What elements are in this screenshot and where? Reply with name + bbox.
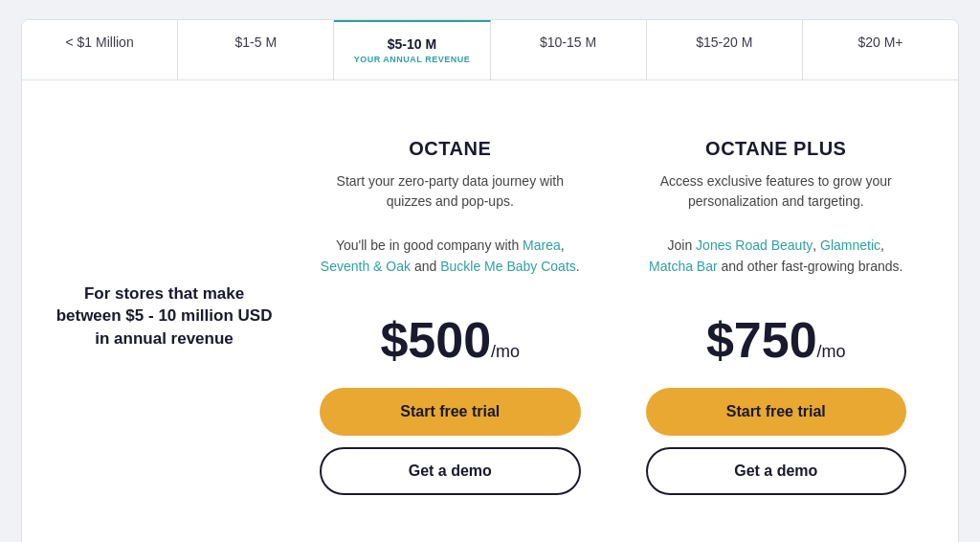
tab-label: $20 M+ [858, 34, 902, 50]
company-link-seventh: Seventh & Oak [321, 259, 411, 274]
octane-demo-button[interactable]: Get a demo [320, 447, 580, 495]
plans-area: OCTANE Start your zero-party data journe… [297, 119, 929, 514]
plan-octane-desc: Start your zero-party data journey with … [320, 171, 580, 219]
tab-under-1m[interactable]: < $1 Million [22, 20, 178, 79]
company-link-jones: Jones Road Beauty [696, 237, 813, 253]
octane-plus-demo-button[interactable]: Get a demo [646, 447, 906, 495]
price-amount: $750 [706, 312, 817, 368]
tab-5-10m[interactable]: $5-10 M YOUR ANNUAL REVENUE [334, 20, 490, 79]
plan-octane-price: $500/mo [320, 315, 580, 365]
company-link-marea: Marea [523, 237, 561, 253]
plan-octane-plus: OCTANE PLUS Access exclusive features to… [623, 119, 929, 514]
pricing-body: For stores that make between $5 - 10 mil… [22, 80, 958, 542]
company-link-glamnetic: Glamnetic [820, 237, 880, 253]
plan-octane-plus-desc: Access exclusive features to grow your p… [646, 171, 906, 219]
plan-octane-plus-price: $750/mo [646, 315, 906, 365]
plan-octane: OCTANE Start your zero-party data journe… [297, 119, 603, 514]
octane-trial-button[interactable]: Start free trial [320, 388, 580, 436]
left-description-text: For stores that make between $5 - 10 mil… [51, 282, 278, 350]
price-period: /mo [817, 342, 846, 361]
octane-plus-trial-button[interactable]: Start free trial [646, 388, 906, 436]
tab-label: < $1 Million [65, 34, 133, 50]
tab-15-20m[interactable]: $15-20 M [647, 20, 803, 79]
tab-label: $1-5 M [234, 34, 277, 50]
tab-label: $5-10 M [388, 36, 436, 52]
plan-octane-plus-companies: Join Jones Road Beauty, Glamnetic, Match… [646, 235, 906, 292]
price-period: /mo [491, 342, 520, 361]
tab-20m-plus[interactable]: $20 M+ [803, 20, 958, 79]
price-amount: $500 [380, 312, 491, 368]
left-description: For stores that make between $5 - 10 mil… [51, 282, 297, 350]
plan-octane-title: OCTANE [320, 138, 580, 160]
pricing-container: < $1 Million $1-5 M $5-10 M YOUR ANNUAL … [21, 19, 959, 542]
tab-sublabel: YOUR ANNUAL REVENUE [344, 55, 479, 66]
plan-octane-plus-title: OCTANE PLUS [646, 138, 906, 160]
tab-10-15m[interactable]: $10-15 M [491, 20, 647, 79]
tab-label: $10-15 M [540, 34, 596, 50]
tab-label: $15-20 M [696, 34, 752, 50]
revenue-tabs: < $1 Million $1-5 M $5-10 M YOUR ANNUAL … [22, 20, 958, 80]
tab-1-5m[interactable]: $1-5 M [178, 20, 334, 79]
plan-octane-companies: You'll be in good company with Marea, Se… [320, 235, 580, 292]
company-link-matcha: Matcha Bar [649, 259, 718, 274]
company-link-buckle: Buckle Me Baby Coats [440, 259, 576, 274]
